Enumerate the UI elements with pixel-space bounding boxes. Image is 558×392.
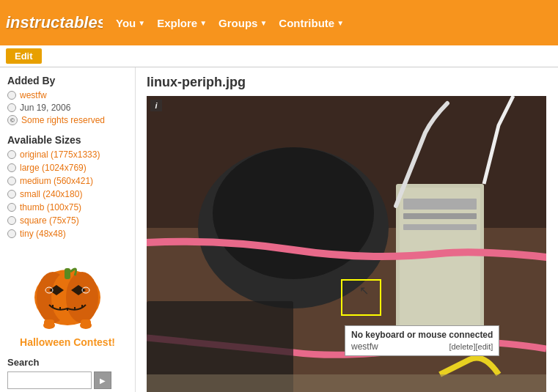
size-medium: medium (560x421) — [7, 176, 128, 186]
image-container: i ↖ No keyboard or mouse connected westf… — [147, 96, 546, 392]
tooltip-edit-link[interactable]: [edit] — [476, 342, 493, 351]
svg-rect-23 — [44, 319, 54, 328]
pumpkin-container: Halloween Contest! — [7, 250, 128, 348]
edit-button[interactable]: Edit — [6, 48, 42, 64]
size-icon-original — [7, 150, 16, 159]
halloween-contest-link[interactable]: Halloween Contest! — [7, 336, 128, 348]
size-icon-tiny — [7, 229, 16, 238]
nav-arrow-explore: ▼ — [199, 19, 207, 27]
tooltip-delete-link[interactable]: [delete] — [449, 342, 475, 351]
size-tiny: tiny (48x48) — [7, 229, 128, 239]
nav-item-groups[interactable]: Groups ▼ — [213, 17, 273, 29]
size-icon-square — [7, 216, 16, 225]
size-link-small[interactable]: small (240x180) — [20, 189, 82, 199]
svg-rect-34 — [403, 199, 477, 210]
info-button[interactable]: i — [150, 100, 162, 111]
main-image: i ↖ No keyboard or mouse connected westf… — [147, 96, 546, 392]
content-area: linux-periph.jpg — [136, 67, 558, 392]
size-icon-large — [7, 163, 16, 172]
size-link-original[interactable]: original (1775x1333) — [20, 149, 100, 160]
date-icon — [7, 103, 16, 112]
author-link[interactable]: westfw — [20, 90, 47, 100]
pumpkin-illustration — [23, 250, 111, 330]
main-layout: Added By westfw Jun 19, 2006 © Some righ… — [0, 67, 558, 392]
sidebar: Added By westfw Jun 19, 2006 © Some righ… — [0, 67, 136, 392]
size-link-medium[interactable]: medium (560x421) — [20, 176, 93, 186]
size-link-square[interactable]: square (75x75) — [20, 215, 79, 226]
size-link-tiny[interactable]: tiny (48x48) — [20, 229, 66, 239]
search-button[interactable]: ▶ — [94, 371, 111, 389]
nav-arrow-contribute: ▼ — [337, 19, 344, 27]
nav-item-explore[interactable]: Explore ▼ — [151, 17, 213, 29]
search-row: ▶ — [7, 371, 128, 389]
site-logo-text: instructables — [0, 13, 103, 32]
size-large: large (1024x769) — [7, 163, 128, 173]
tooltip-title: No keyboard or mouse connected — [351, 330, 493, 340]
rights-link[interactable]: Some rights reserved — [21, 115, 105, 125]
author-icon — [7, 91, 16, 100]
svg-rect-35 — [403, 213, 477, 219]
cursor-arrow: ↖ — [359, 284, 369, 297]
svg-point-31 — [213, 147, 374, 279]
edit-bar: Edit — [0, 45, 558, 67]
size-icon-medium — [7, 177, 16, 185]
main-nav: You ▼ Explore ▼ Groups ▼ Contribute ▼ — [110, 17, 350, 29]
tooltip-footer: westfw [delete][edit] — [351, 341, 493, 352]
search-input[interactable] — [7, 371, 92, 389]
tooltip-author: westfw — [351, 341, 378, 352]
svg-rect-14 — [65, 268, 70, 279]
size-square: square (75x75) — [7, 215, 128, 226]
nav-item-contribute[interactable]: Contribute ▼ — [273, 17, 350, 29]
date-item: Jun 19, 2006 — [7, 103, 128, 113]
site-header: instructables You ▼ Explore ▼ Groups ▼ C… — [0, 0, 558, 45]
sizes-title: Avaliable Sizes — [7, 134, 128, 146]
nav-item-you[interactable]: You ▼ — [110, 17, 151, 29]
date-text: Jun 19, 2006 — [20, 103, 70, 113]
size-original: original (1775x1333) — [7, 149, 128, 160]
svg-point-13 — [66, 272, 98, 323]
svg-rect-36 — [403, 224, 477, 230]
size-thumb: thumb (100x75) — [7, 202, 128, 212]
svg-rect-25 — [81, 319, 91, 328]
logo-area: instructables — [0, 0, 103, 45]
size-link-large[interactable]: large (1024x769) — [20, 163, 87, 173]
image-title: linux-periph.jpg — [147, 75, 547, 90]
svg-rect-38 — [147, 374, 546, 392]
tooltip-box: No keyboard or mouse connected westfw [d… — [345, 325, 499, 356]
sizes-section: Avaliable Sizes original (1775x1333) lar… — [7, 134, 128, 239]
search-title: Search — [7, 357, 128, 368]
nav-arrow-groups: ▼ — [260, 19, 267, 27]
size-icon-thumb — [7, 203, 16, 212]
author-item: westfw — [7, 90, 128, 100]
nav-arrow-you: ▼ — [138, 19, 145, 27]
added-by-title: Added By — [7, 75, 128, 86]
size-small: small (240x180) — [7, 189, 128, 199]
cc-icon: © — [7, 115, 18, 125]
tooltip-links: [delete][edit] — [449, 341, 493, 352]
search-section: Search ▶ Instructables Comments — [7, 357, 128, 392]
rights-item: © Some rights reserved — [7, 115, 128, 125]
size-link-thumb[interactable]: thumb (100x75) — [20, 202, 81, 212]
size-icon-small — [7, 190, 16, 199]
